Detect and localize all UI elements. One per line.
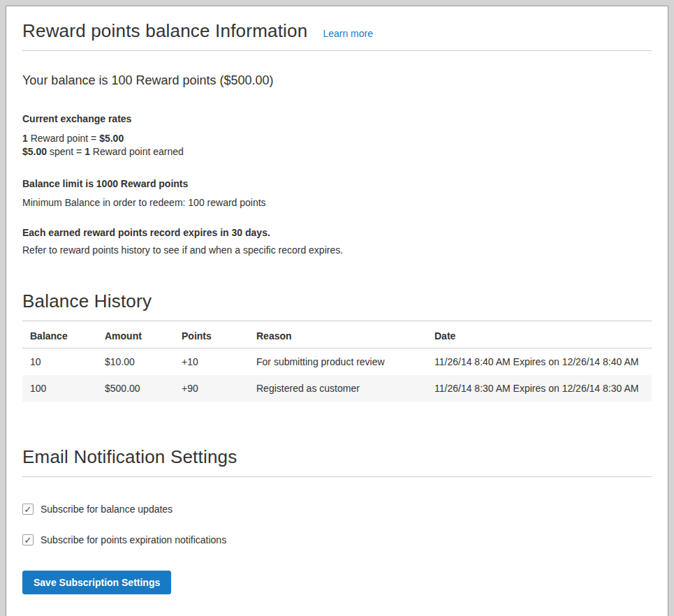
rate-spend-money: $5.00 — [22, 146, 47, 157]
email-settings-heading: Email Notification Settings — [22, 446, 652, 468]
balance-updates-checkbox[interactable] — [22, 504, 34, 515]
cell-balance: 10 — [22, 349, 97, 376]
col-header-date: Date — [427, 321, 652, 349]
table-row: 10 $10.00 +10 For submitting product rev… — [22, 349, 652, 376]
table-header-row: Balance Amount Points Reason Date — [22, 321, 652, 349]
rate-earn-text: Reward point = — [28, 133, 99, 144]
header-divider — [22, 50, 652, 51]
table-row: 100 $500.00 +90 Registered as customer 1… — [22, 375, 652, 402]
email-settings-divider — [22, 476, 652, 477]
balance-limit-heading: Balance limit is 1000 Reward points — [22, 178, 652, 189]
reward-points-card: Reward points balance Information Learn … — [6, 6, 668, 616]
minimum-balance-note: Minimum Balance in order to redeem: 100 … — [22, 197, 652, 208]
rate-earn-points: 1 — [22, 133, 28, 144]
balance-updates-option: Subscribe for balance updates — [22, 504, 652, 515]
points-expiration-checkbox[interactable] — [22, 534, 34, 545]
cell-date: 11/26/14 8:30 AM Expires on 12/26/14 8:3… — [427, 375, 652, 402]
points-expiration-option: Subscribe for points expiration notifica… — [22, 534, 652, 545]
rate-spend-text2: Reward point earned — [90, 146, 184, 157]
exchange-rates-heading: Current exchange rates — [22, 113, 652, 124]
rate-spend-line: $5.00 spent = 1 Reward point earned — [22, 145, 652, 159]
cell-points: +90 — [174, 375, 249, 402]
exchange-rates: 1 Reward point = $5.00 $5.00 spent = 1 R… — [22, 132, 652, 159]
page-header: Reward points balance Information Learn … — [22, 20, 652, 42]
col-header-reason: Reason — [249, 321, 427, 349]
cell-amount: $10.00 — [97, 349, 174, 376]
rate-spend-text1: spent = — [47, 146, 85, 157]
col-header-amount: Amount — [97, 321, 174, 349]
cell-date: 11/26/14 8:40 AM Expires on 12/26/14 8:4… — [427, 349, 652, 376]
points-expiration-label: Subscribe for points expiration notifica… — [41, 534, 226, 545]
cell-reason: Registered as customer — [249, 375, 427, 402]
col-header-balance: Balance — [22, 321, 97, 349]
expiry-note: Refer to reward points history to see if… — [22, 244, 652, 256]
cell-reason: For submitting product review — [249, 349, 427, 376]
cell-balance: 100 — [22, 375, 97, 402]
page-title: Reward points balance Information — [22, 20, 307, 42]
save-subscription-settings-button[interactable]: Save Subscription Settings — [22, 571, 171, 594]
balance-summary: Your balance is 100 Reward points ($500.… — [22, 73, 652, 88]
learn-more-link[interactable]: Learn more — [323, 28, 373, 39]
cell-points: +10 — [174, 349, 249, 376]
balance-history-heading: Balance History — [22, 291, 652, 312]
balance-updates-label: Subscribe for balance updates — [41, 504, 173, 515]
cell-amount: $500.00 — [97, 375, 174, 402]
col-header-points: Points — [174, 321, 249, 349]
expiry-heading: Each earned reward points record expires… — [22, 227, 652, 238]
balance-history-table: Balance Amount Points Reason Date 10 $10… — [22, 321, 652, 402]
rate-earn-money: $5.00 — [99, 133, 124, 144]
rate-spend-points: 1 — [85, 146, 90, 157]
rate-earn-line: 1 Reward point = $5.00 — [22, 132, 652, 145]
